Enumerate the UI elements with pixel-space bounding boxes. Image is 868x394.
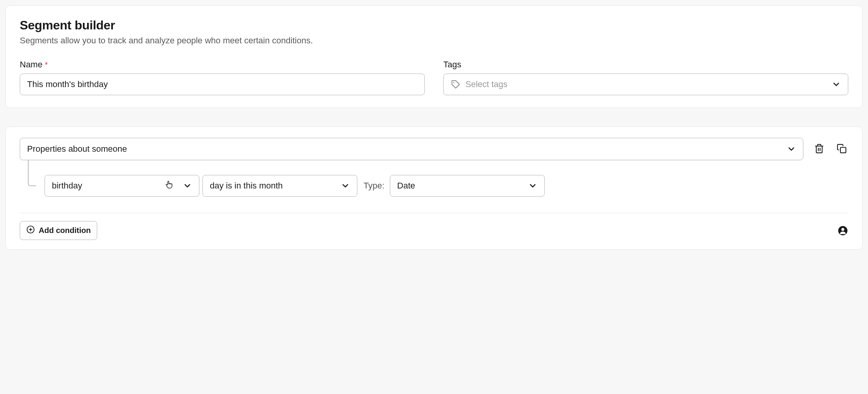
sub-selects: birthday day is in this month	[45, 161, 848, 197]
page-subtitle: Segments allow you to track and analyze …	[20, 36, 848, 46]
condition-type-select[interactable]: Properties about someone	[20, 138, 803, 160]
name-label: Name *	[20, 60, 425, 70]
property-select[interactable]: birthday	[45, 175, 199, 197]
svg-point-8	[841, 228, 844, 231]
chevron-down-icon	[787, 144, 796, 154]
condition-type-value: Properties about someone	[27, 144, 127, 154]
svg-rect-3	[841, 147, 846, 152]
svg-point-0	[453, 82, 455, 83]
name-group: Name *	[20, 60, 425, 95]
form-row: Name * Tags Select tags	[20, 60, 848, 95]
data-type-select[interactable]: Date	[390, 175, 545, 197]
user-avatar-icon[interactable]	[837, 225, 848, 236]
delete-condition-button[interactable]	[813, 142, 826, 156]
type-label: Type:	[364, 181, 384, 191]
copy-icon	[837, 144, 847, 155]
divider	[20, 213, 848, 213]
operator-select[interactable]: day is in this month	[202, 175, 357, 197]
conditions-card: Properties about someone	[5, 127, 863, 250]
tags-select[interactable]: Select tags	[443, 74, 848, 95]
page-title: Segment builder	[20, 18, 848, 33]
data-type-value: Date	[397, 181, 415, 191]
condition-body: birthday day is in this month	[20, 160, 848, 197]
name-input[interactable]	[20, 74, 425, 95]
operator-value: day is in this month	[210, 181, 283, 191]
chevron-down-icon	[341, 181, 350, 190]
chevron-down-icon	[528, 181, 537, 190]
condition-connector	[20, 160, 45, 197]
name-label-text: Name	[20, 60, 43, 70]
trash-icon	[814, 144, 824, 155]
add-condition-label: Add condition	[39, 226, 91, 235]
tags-group: Tags Select tags	[443, 60, 848, 95]
bottom-row: Add condition	[20, 221, 848, 240]
tags-placeholder: Select tags	[465, 79, 827, 89]
tags-label: Tags	[443, 60, 848, 70]
pointer-cursor-icon	[165, 180, 173, 192]
duplicate-condition-button[interactable]	[835, 142, 848, 156]
plus-circle-icon	[26, 225, 35, 236]
tag-icon	[451, 79, 461, 89]
condition-row: Properties about someone	[20, 138, 848, 160]
segment-builder-header-card: Segment builder Segments allow you to tr…	[5, 5, 863, 108]
chevron-down-icon	[183, 181, 192, 190]
chevron-down-icon	[832, 80, 841, 89]
property-value: birthday	[52, 181, 82, 191]
add-condition-button[interactable]: Add condition	[20, 221, 97, 240]
required-asterisk: *	[45, 60, 48, 69]
